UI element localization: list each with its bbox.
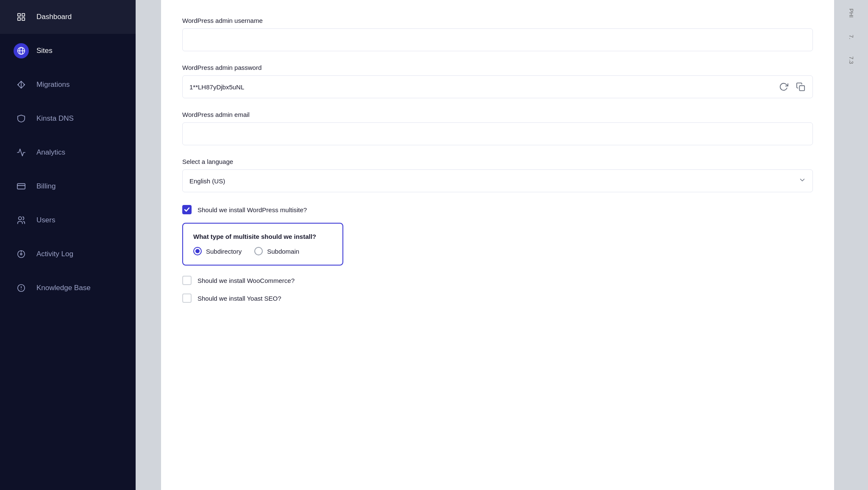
migrations-icon	[14, 77, 29, 92]
refresh-password-button[interactable]	[777, 80, 790, 93]
multisite-type-box: What type of multisite should we install…	[182, 223, 343, 266]
subdirectory-radio-button[interactable]	[193, 247, 202, 255]
subdomain-label: Subdomain	[267, 248, 299, 255]
radio-subdirectory[interactable]: Subdirectory	[193, 247, 242, 255]
dashboard-icon	[14, 9, 29, 25]
analytics-icon	[14, 145, 29, 160]
sidebar-item-label: Dashboard	[36, 13, 72, 21]
sidebar-item-label: Users	[36, 216, 55, 224]
admin-email-input[interactable]	[182, 122, 813, 145]
sidebar-item-label: Migrations	[36, 80, 70, 89]
svg-point-12	[20, 253, 22, 255]
sites-icon	[14, 43, 29, 58]
right-panel-text-3: 7.3	[848, 56, 854, 64]
password-wrap	[182, 75, 813, 98]
svg-rect-1	[22, 14, 25, 16]
subdomain-radio-button[interactable]	[254, 247, 263, 255]
left-panel	[136, 0, 161, 490]
sidebar-item-knowledge-base[interactable]: Knowledge Base	[0, 271, 136, 305]
right-panel-text-2: 7.	[848, 35, 854, 39]
svg-rect-2	[18, 18, 20, 20]
copy-icon	[796, 82, 805, 91]
svg-rect-3	[22, 18, 25, 20]
sidebar-item-kinsta-dns[interactable]: Kinsta DNS	[0, 102, 136, 136]
radio-subdomain[interactable]: Subdomain	[254, 247, 299, 255]
sidebar-item-label: Knowledge Base	[36, 284, 91, 292]
sidebar-item-label: Kinsta DNS	[36, 114, 74, 123]
sidebar-item-sites[interactable]: Sites	[0, 34, 136, 68]
right-panel-text-1: PHI	[848, 8, 854, 18]
multisite-checkbox-label: Should we install WordPress multisite?	[198, 206, 307, 213]
woocommerce-checkbox-row: Should we install WooCommerce?	[182, 276, 813, 285]
check-icon	[184, 207, 190, 213]
admin-email-label: WordPress admin email	[182, 111, 813, 118]
radio-inner-dot	[195, 249, 200, 253]
sidebar-item-dashboard[interactable]: Dashboard	[0, 0, 136, 34]
admin-password-section: WordPress admin password	[182, 64, 813, 98]
woocommerce-checkbox-label: Should we install WooCommerce?	[198, 277, 295, 284]
activity-icon	[14, 246, 29, 262]
knowledge-icon	[14, 280, 29, 296]
copy-password-button[interactable]	[794, 80, 807, 93]
admin-password-label: WordPress admin password	[182, 64, 813, 71]
refresh-icon	[779, 82, 788, 91]
sidebar-item-label: Billing	[36, 182, 56, 191]
sidebar-item-label: Analytics	[36, 148, 65, 157]
sidebar-item-migrations[interactable]: Migrations	[0, 68, 136, 102]
sidebar-item-label: Activity Log	[36, 250, 73, 258]
language-section: Select a language English (US) Spanish F…	[182, 158, 813, 192]
yoast-checkbox-label: Should we install Yoast SEO?	[198, 295, 281, 302]
admin-password-input[interactable]	[182, 75, 813, 98]
sidebar-item-activity-log[interactable]: Activity Log	[0, 237, 136, 271]
main-area: WordPress admin username WordPress admin…	[136, 0, 868, 490]
svg-point-10	[19, 217, 22, 220]
admin-email-section: WordPress admin email	[182, 111, 813, 145]
language-select-wrap: English (US) Spanish French German	[182, 169, 813, 192]
language-label: Select a language	[182, 158, 813, 165]
svg-rect-8	[17, 184, 25, 189]
admin-username-input[interactable]	[182, 28, 813, 51]
woocommerce-checkbox[interactable]	[182, 276, 192, 285]
yoast-checkbox[interactable]	[182, 293, 192, 303]
yoast-checkbox-row: Should we install Yoast SEO?	[182, 293, 813, 303]
sidebar-item-users[interactable]: Users	[0, 203, 136, 237]
users-icon	[14, 213, 29, 228]
right-panel: PHI 7. 7.3	[834, 0, 868, 490]
sidebar-item-label: Sites	[36, 47, 53, 55]
admin-username-label: WordPress admin username	[182, 17, 813, 24]
multisite-checkbox[interactable]	[182, 205, 192, 214]
subdirectory-label: Subdirectory	[206, 248, 242, 255]
dns-icon	[14, 111, 29, 126]
billing-icon	[14, 179, 29, 194]
language-select[interactable]: English (US) Spanish French German	[182, 169, 813, 192]
svg-rect-17	[799, 86, 804, 91]
sidebar-item-analytics[interactable]: Analytics	[0, 136, 136, 169]
content-panel: WordPress admin username WordPress admin…	[161, 0, 834, 490]
admin-username-section: WordPress admin username	[182, 17, 813, 51]
svg-rect-0	[18, 14, 20, 16]
multisite-box-title: What type of multisite should we install…	[193, 233, 332, 240]
password-actions	[777, 80, 807, 93]
multisite-checkbox-row: Should we install WordPress multisite?	[182, 205, 813, 214]
sidebar: Dashboard Sites Migrations Kinst	[0, 0, 136, 490]
multisite-radio-group: Subdirectory Subdomain	[193, 247, 332, 255]
sidebar-item-billing[interactable]: Billing	[0, 169, 136, 203]
